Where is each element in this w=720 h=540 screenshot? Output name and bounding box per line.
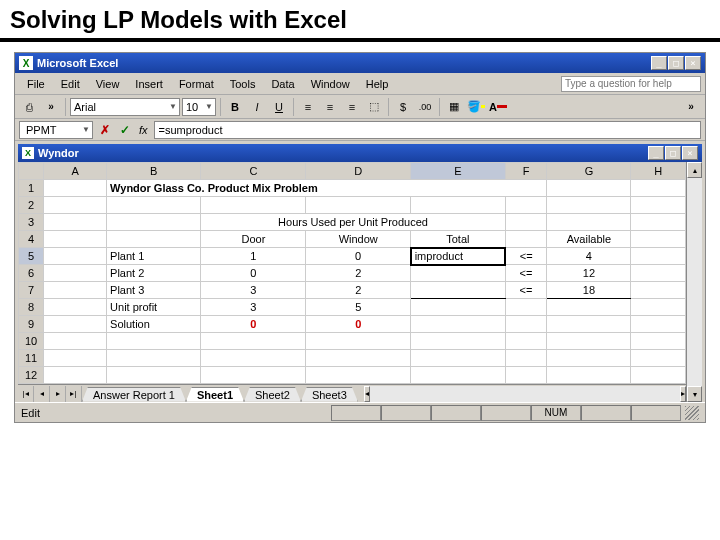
menu-edit[interactable]: Edit [53,76,88,92]
menu-view[interactable]: View [88,76,128,92]
tab-sheet3[interactable]: Sheet3 [301,387,358,402]
row-header-12[interactable]: 12 [19,367,44,384]
col-header-h[interactable]: H [631,163,686,180]
cell-c8[interactable]: 3 [201,299,306,316]
minimize-button[interactable]: _ [651,56,667,70]
col-header-f[interactable]: F [505,163,547,180]
row-header-1[interactable]: 1 [19,180,44,197]
hscroll-track[interactable] [370,386,680,402]
cell-b7[interactable]: Plant 3 [107,282,201,299]
close-button[interactable]: × [685,56,701,70]
cell-e4[interactable]: Total [411,231,505,248]
cell-c5[interactable]: 1 [201,248,306,265]
tab-first-button[interactable]: |◂ [18,386,34,402]
row-header-8[interactable]: 8 [19,299,44,316]
col-header-d[interactable]: D [306,163,411,180]
merge-center-button[interactable]: ⬚ [364,97,384,117]
cell-g4[interactable]: Available [547,231,631,248]
print-icon[interactable]: ⎙ [19,97,39,117]
menu-data[interactable]: Data [263,76,302,92]
cell-g7[interactable]: 18 [547,282,631,299]
col-header-b[interactable]: B [107,163,201,180]
fx-icon[interactable]: fx [137,124,150,136]
select-all-corner[interactable] [19,163,44,180]
row-header-4[interactable]: 4 [19,231,44,248]
font-size-selector[interactable]: 10▼ [182,98,216,116]
underline-button[interactable]: U [269,97,289,117]
workbook-maximize-button[interactable]: □ [665,146,681,160]
tab-next-button[interactable]: ▸ [50,386,66,402]
cell-b9[interactable]: Solution [107,316,201,333]
menu-format[interactable]: Format [171,76,222,92]
workbook-close-button[interactable]: × [682,146,698,160]
row-header-3[interactable]: 3 [19,214,44,231]
menu-tools[interactable]: Tools [222,76,264,92]
menu-window[interactable]: Window [303,76,358,92]
workbook-minimize-button[interactable]: _ [648,146,664,160]
maximize-button[interactable]: □ [668,56,684,70]
cell-d6[interactable]: 2 [306,265,411,282]
col-header-e[interactable]: E [411,163,505,180]
enter-formula-icon[interactable]: ✓ [117,123,133,137]
cell-d7[interactable]: 2 [306,282,411,299]
menu-help[interactable]: Help [358,76,397,92]
menu-insert[interactable]: Insert [127,76,171,92]
row-header-10[interactable]: 10 [19,333,44,350]
cell-c7[interactable]: 3 [201,282,306,299]
toolbar-overflow-right[interactable]: » [681,97,701,117]
fill-color-button[interactable]: 🪣 [466,97,486,117]
menu-file[interactable]: File [19,76,53,92]
italic-button[interactable]: I [247,97,267,117]
cell-d5[interactable]: 0 [306,248,411,265]
align-left-button[interactable]: ≡ [298,97,318,117]
cell-f7[interactable]: <= [505,282,547,299]
borders-button[interactable]: ▦ [444,97,464,117]
col-header-c[interactable]: C [201,163,306,180]
row-header-7[interactable]: 7 [19,282,44,299]
cell-b5[interactable]: Plant 1 [107,248,201,265]
cell-c9[interactable]: 0 [201,316,306,333]
row-header-11[interactable]: 11 [19,350,44,367]
scroll-up-button[interactable]: ▴ [687,162,702,178]
row-header-2[interactable]: 2 [19,197,44,214]
vscroll-track[interactable] [687,178,702,386]
resize-grip-icon[interactable] [685,406,699,420]
cell-b1[interactable]: Wyndor Glass Co. Product Mix Problem [107,180,547,197]
cell-c4[interactable]: Door [201,231,306,248]
tab-sheet1[interactable]: Sheet1 [186,387,244,402]
font-selector[interactable]: Arial▼ [70,98,180,116]
currency-button[interactable]: $ [393,97,413,117]
col-header-g[interactable]: G [547,163,631,180]
row-header-6[interactable]: 6 [19,265,44,282]
increase-decimal-button[interactable]: .00 [415,97,435,117]
tab-sheet2[interactable]: Sheet2 [244,387,301,402]
toolbar-overflow-left[interactable]: » [41,97,61,117]
tab-last-button[interactable]: ▸| [66,386,82,402]
tab-answer-report[interactable]: Answer Report 1 [82,387,186,402]
cell-b8[interactable]: Unit profit [107,299,201,316]
worksheet-grid[interactable]: A B C D E F G H 1Wyndor Glass Co. Produc… [18,162,686,384]
horizontal-scrollbar[interactable]: ◂ ▸ [364,386,686,402]
cell-b6[interactable]: Plant 2 [107,265,201,282]
cell-f6[interactable]: <= [505,265,547,282]
cell-c6[interactable]: 0 [201,265,306,282]
cell-d4[interactable]: Window [306,231,411,248]
name-box[interactable]: PPMT▼ [19,121,93,139]
cell-f5[interactable]: <= [505,248,547,265]
tab-prev-button[interactable]: ◂ [34,386,50,402]
cell-c3[interactable]: Hours Used per Unit Produced [201,214,505,231]
cell-d9[interactable]: 0 [306,316,411,333]
cell-g5[interactable]: 4 [547,248,631,265]
cancel-formula-icon[interactable]: ✗ [97,123,113,137]
col-header-a[interactable]: A [44,163,107,180]
bold-button[interactable]: B [225,97,245,117]
formula-input[interactable]: =sumproduct [154,121,701,139]
cell-g6[interactable]: 12 [547,265,631,282]
cell-e5-active[interactable]: improduct [411,248,505,265]
vertical-scrollbar[interactable]: ▴ ▾ [686,162,702,402]
ask-question-input[interactable] [561,76,701,92]
scroll-down-button[interactable]: ▾ [687,386,702,402]
align-center-button[interactable]: ≡ [320,97,340,117]
row-header-5[interactable]: 5 [19,248,44,265]
cell-d8[interactable]: 5 [306,299,411,316]
